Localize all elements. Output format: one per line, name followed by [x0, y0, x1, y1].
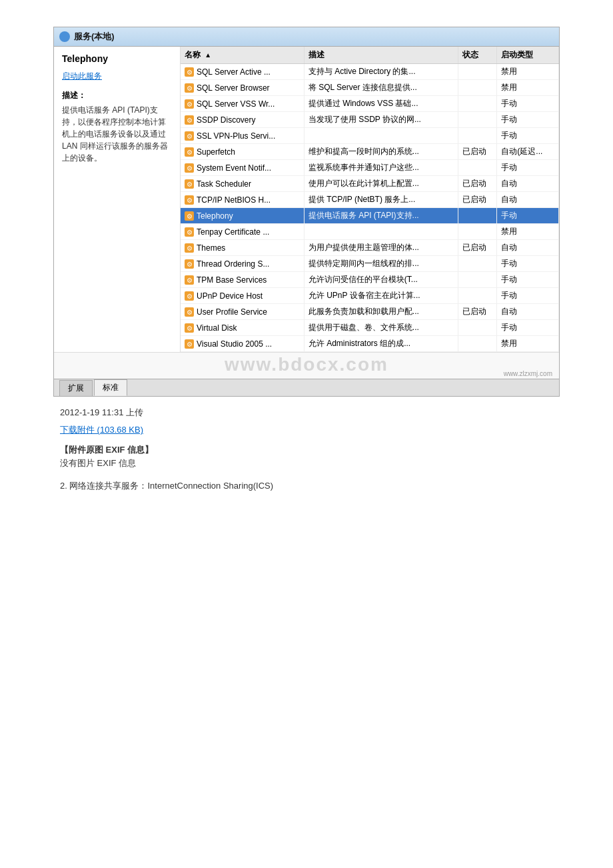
services-table: 名称 ▲ 描述 状态 启动类型 SQL Server Active ...支持与…: [181, 47, 559, 352]
table-row[interactable]: SQL Server Browser将 SQL Server 连接信息提供...…: [181, 80, 559, 96]
cell-service-desc: 支持与 Active Directory 的集...: [304, 64, 458, 80]
sort-arrow-icon: ▲: [205, 51, 211, 59]
table-row[interactable]: Task Scheduler使用户可以在此计算机上配置...已启动自动: [181, 176, 559, 192]
cell-service-name: TPM Base Services: [181, 272, 304, 288]
service-icon: [185, 147, 194, 157]
service-name-text: SQL Server VSS Wr...: [197, 99, 275, 109]
service-icon: [185, 99, 194, 109]
table-row[interactable]: Tenpay Certificate ...禁用: [181, 224, 559, 240]
cell-service-starttype: 手动: [497, 160, 559, 176]
service-icon: [185, 243, 194, 253]
service-icon: [185, 163, 194, 173]
window-body: Telephony 启动此服务 描述： 提供电话服务 API (TAPI)支持，…: [54, 47, 559, 352]
cell-service-name: Telephony: [181, 208, 304, 224]
col-header-name[interactable]: 名称 ▲: [181, 47, 304, 64]
service-name-title: Telephony: [62, 53, 172, 64]
desc-text: 提供电话服务 API (TAPI)支持，以便各程序控制本地计算机上的电话服务设备…: [62, 104, 172, 164]
col-header-status[interactable]: 状态: [458, 47, 497, 64]
cell-service-desc: 为用户提供使用主题管理的体...: [304, 240, 458, 256]
left-panel: Telephony 启动此服务 描述： 提供电话服务 API (TAPI)支持，…: [54, 47, 181, 352]
service-icon: [185, 275, 194, 285]
cell-service-starttype: 手动: [497, 320, 559, 336]
cell-service-name: Superfetch: [181, 144, 304, 160]
cell-service-status: 已启动: [458, 304, 497, 320]
cell-service-status: [458, 112, 497, 128]
table-row[interactable]: Visual Studio 2005 ...允许 Administrators …: [181, 336, 559, 352]
service-name-text: User Profile Service: [197, 307, 267, 317]
table-row[interactable]: SQL Server VSS Wr...提供通过 Windows VSS 基础.…: [181, 96, 559, 112]
table-row[interactable]: Telephony提供电话服务 API (TAPI)支持...手动: [181, 208, 559, 224]
table-row[interactable]: Virtual Disk提供用于磁盘、卷、文件系统...手动: [181, 320, 559, 336]
cell-service-starttype: 禁用: [497, 336, 559, 352]
tab-bar: 扩展 标准: [54, 379, 559, 396]
cell-service-desc: 提供电话服务 API (TAPI)支持...: [304, 208, 458, 224]
cell-service-starttype: 自动(延迟...: [497, 144, 559, 160]
service-icon: [185, 83, 194, 93]
cell-service-desc: 监视系统事件并通知订户这些...: [304, 160, 458, 176]
cell-service-status: [458, 208, 497, 224]
service-icon: [185, 339, 194, 349]
cell-service-starttype: 手动: [497, 288, 559, 304]
table-row[interactable]: Themes为用户提供使用主题管理的体...已启动自动: [181, 240, 559, 256]
service-icon: [185, 307, 194, 317]
service-name-text: SSL VPN-Plus Servi...: [197, 131, 275, 141]
cell-service-starttype: 禁用: [497, 80, 559, 96]
col-header-desc[interactable]: 描述: [304, 47, 458, 64]
cell-service-desc: 提供 TCP/IP (NetBT) 服务上...: [304, 192, 458, 208]
watermark-small: www.zlzxmj.com: [504, 370, 552, 377]
service-icon: [185, 227, 194, 237]
service-icon: [185, 211, 194, 221]
section-2: 2. 网络连接共享服务：InternetConnection Sharing(I…: [60, 480, 553, 492]
service-icon: [185, 115, 194, 125]
start-service-link[interactable]: 启动此服务: [62, 71, 172, 82]
cell-service-starttype: 禁用: [497, 64, 559, 80]
desc-label: 描述：: [62, 90, 172, 101]
col-header-starttype[interactable]: 启动类型: [497, 47, 559, 64]
cell-service-name: User Profile Service: [181, 304, 304, 320]
service-name-text: TCP/IP NetBIOS H...: [197, 195, 271, 205]
table-row[interactable]: Thread Ordering S...提供特定期间内一组线程的排...手动: [181, 256, 559, 272]
cell-service-starttype: 自动: [497, 176, 559, 192]
cell-service-starttype: 手动: [497, 272, 559, 288]
cell-service-status: [458, 96, 497, 112]
service-name-text: Superfetch: [197, 147, 235, 157]
tab-standard[interactable]: 标准: [94, 379, 127, 396]
cell-service-status: 已启动: [458, 176, 497, 192]
cell-service-name: Themes: [181, 240, 304, 256]
download-link[interactable]: 下载附件 (103.68 KB): [60, 424, 553, 436]
table-row[interactable]: System Event Notif...监视系统事件并通知订户这些...手动: [181, 160, 559, 176]
cell-service-name: SSL VPN-Plus Servi...: [181, 128, 304, 144]
table-row[interactable]: SSL VPN-Plus Servi...手动: [181, 128, 559, 144]
cell-service-status: [458, 64, 497, 80]
table-row[interactable]: SQL Server Active ...支持与 Active Director…: [181, 64, 559, 80]
cell-service-name: SQL Server Browser: [181, 80, 304, 96]
service-name-text: Thread Ordering S...: [197, 259, 269, 269]
table-row[interactable]: TPM Base Services允许访问受信任的平台模块(T...手动: [181, 272, 559, 288]
table-row[interactable]: SSDP Discovery当发现了使用 SSDP 协议的网...手动: [181, 112, 559, 128]
table-row[interactable]: TCP/IP NetBIOS H...提供 TCP/IP (NetBT) 服务上…: [181, 192, 559, 208]
cell-service-status: 已启动: [458, 240, 497, 256]
table-row[interactable]: UPnP Device Host允许 UPnP 设备宿主在此计算...手动: [181, 288, 559, 304]
cell-service-status: 已启动: [458, 144, 497, 160]
cell-service-starttype: 手动: [497, 96, 559, 112]
service-icon: [185, 195, 194, 205]
cell-service-desc: [304, 128, 458, 144]
cell-service-desc: [304, 224, 458, 240]
tab-expand[interactable]: 扩展: [59, 380, 93, 396]
cell-service-desc: 当发现了使用 SSDP 协议的网...: [304, 112, 458, 128]
cell-service-desc: 维护和提高一段时间内的系统...: [304, 144, 458, 160]
below-content: 2012-1-19 11:31 上传 下载附件 (103.68 KB) 【附件原…: [20, 397, 593, 507]
window-title: 服务(本地): [74, 31, 115, 43]
cell-service-name: TCP/IP NetBIOS H...: [181, 192, 304, 208]
exif-title: 【附件原图 EXIF 信息】: [60, 444, 553, 456]
table-row[interactable]: User Profile Service此服务负责加载和卸载用户配...已启动自…: [181, 304, 559, 320]
cell-service-status: 已启动: [458, 192, 497, 208]
window-titlebar: 服务(本地): [54, 27, 559, 47]
cell-service-status: [458, 336, 497, 352]
page-wrapper: 服务(本地) Telephony 启动此服务 描述： 提供电话服务 API (T…: [0, 0, 613, 534]
table-row[interactable]: Superfetch维护和提高一段时间内的系统...已启动自动(延迟...: [181, 144, 559, 160]
cell-service-name: UPnP Device Host: [181, 288, 304, 304]
cell-service-name: SQL Server VSS Wr...: [181, 96, 304, 112]
cell-service-name: Thread Ordering S...: [181, 256, 304, 272]
right-panel: 名称 ▲ 描述 状态 启动类型 SQL Server Active ...支持与…: [181, 47, 559, 352]
